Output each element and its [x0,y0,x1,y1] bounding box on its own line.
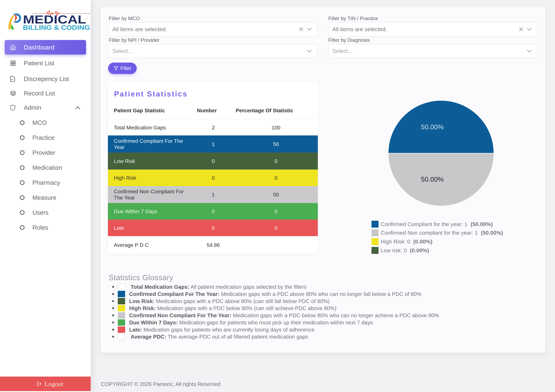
svg-text:BILLING & CODING: BILLING & CODING [23,24,90,31]
